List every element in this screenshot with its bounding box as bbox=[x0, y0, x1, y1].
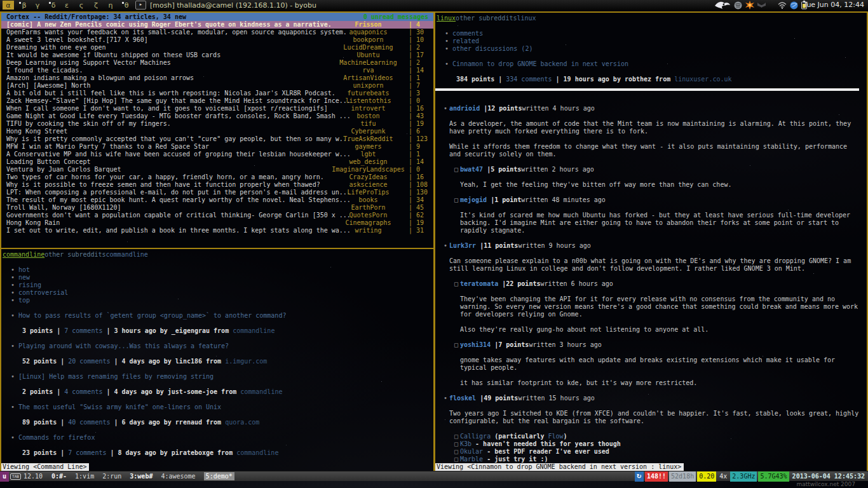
post-source-link[interactable]: linuxuser.co.uk bbox=[674, 76, 731, 83]
post-title-link[interactable]: [Linux] Help mass renaming files by remo… bbox=[18, 373, 214, 380]
tag-ζ[interactable]: ζ bbox=[90, 1, 102, 10]
terminal-icon[interactable]: ▸ bbox=[135, 1, 146, 10]
article-row[interactable]: Hong Kong StreetCyberpunk| 6 bbox=[1, 128, 433, 135]
article-row[interactable]: OpenFarms wants your feedback on its sma… bbox=[1, 29, 433, 36]
nav-link[interactable]: other discussions (2) bbox=[452, 45, 532, 52]
article-row[interactable]: Hong Kong RainCinemagraphs| 19 bbox=[1, 219, 433, 227]
article-row[interactable]: [Arch] [Awesome] Northunixporn| 7 bbox=[1, 82, 433, 90]
post-comments-link[interactable]: 334 comments bbox=[506, 76, 552, 83]
post-source-link[interactable]: commandline bbox=[240, 388, 282, 395]
wifi-icon[interactable] bbox=[778, 2, 787, 9]
post-author[interactable]: just-some-joe bbox=[168, 388, 217, 395]
app-link[interactable]: Flow bbox=[548, 433, 563, 440]
post-title-link[interactable]: Commands for firefox bbox=[18, 434, 95, 441]
article-row[interactable]: I found the cicadas.rva| 14 bbox=[1, 67, 433, 74]
article-row[interactable]: Troll Wall, Norway [1680X1120]EarthPorn|… bbox=[1, 204, 433, 212]
app-link[interactable]: Marble bbox=[460, 456, 483, 463]
article-row[interactable]: Why is it pretty commonly accepted that … bbox=[1, 135, 433, 143]
comment-author[interactable]: Lurk3rr bbox=[449, 242, 476, 249]
tag-ς[interactable]: ς bbox=[76, 1, 87, 10]
tag-γ[interactable]: γ bbox=[32, 1, 43, 10]
article-row[interactable]: [comic] A new Zen Pencils comic using Ro… bbox=[1, 21, 433, 29]
nav-link[interactable]: controversial bbox=[18, 289, 68, 296]
app-link[interactable]: K3b bbox=[460, 440, 471, 447]
post-author[interactable]: rrenaud bbox=[175, 419, 202, 426]
post-title-link[interactable]: Playing around with cowsay...Was this al… bbox=[18, 342, 229, 349]
disc-icon[interactable] bbox=[734, 1, 742, 10]
app-link[interactable]: Calligra bbox=[460, 433, 491, 440]
window-1:vim[interactable]: 1:vim bbox=[75, 473, 94, 480]
article-row[interactable]: A Conservative MP and his wife have been… bbox=[1, 151, 433, 158]
nav-link[interactable]: related bbox=[452, 37, 479, 44]
app-link[interactable]: Okular bbox=[460, 448, 483, 455]
post-author[interactable]: pirateboxge bbox=[172, 449, 214, 456]
article-row[interactable]: Why is it possible to freeze semen and t… bbox=[1, 181, 433, 189]
nav-link[interactable]: hot bbox=[18, 266, 30, 273]
post-comments-link[interactable]: 7 comments bbox=[68, 449, 106, 456]
article-row[interactable]: Loading Button Conceptweb_design| 14 bbox=[1, 158, 433, 166]
tag-α[interactable]: α bbox=[3, 1, 14, 10]
post-comments-link[interactable]: 40 comments bbox=[68, 419, 110, 426]
post-title-link[interactable]: The most useful "Swiss army knife" one-l… bbox=[18, 403, 221, 410]
burst-icon[interactable] bbox=[745, 1, 754, 10]
window-4:awesome[interactable]: 4:awesome bbox=[161, 473, 195, 480]
article-row[interactable]: TIFU by cooking the skin off of my finge… bbox=[1, 120, 433, 128]
post-source-link[interactable]: commandline bbox=[233, 327, 275, 334]
subreddit-name-link[interactable]: commandline bbox=[3, 251, 44, 258]
article-row[interactable]: Deep Learning using Support Vector Machi… bbox=[1, 59, 433, 67]
tag-θ[interactable]: θ bbox=[119, 1, 131, 10]
post-comments-link[interactable]: 7 comments bbox=[64, 327, 102, 334]
post-author[interactable]: linc186 bbox=[175, 358, 202, 365]
subreddit-name-link[interactable]: linux bbox=[437, 15, 456, 22]
article-row[interactable]: Amazon indians making a blowgun and pois… bbox=[1, 74, 433, 82]
article-row[interactable]: Two types of car horns for your car, a h… bbox=[1, 173, 433, 181]
post-author[interactable]: robthez bbox=[625, 76, 651, 83]
article-row[interactable]: When I call someone I don't want to, and… bbox=[1, 105, 433, 112]
article-row[interactable]: I set out to write, edit, and publish a … bbox=[1, 227, 433, 234]
article-row[interactable]: MFW I win at Mario Party 7 thanks to a R… bbox=[1, 143, 433, 151]
comment-author[interactable]: andrioid bbox=[449, 105, 480, 112]
window-0:#-[interactable]: 0:#- bbox=[51, 473, 67, 480]
article-row[interactable]: The result of my most epic book hunt. A … bbox=[1, 196, 433, 204]
moth-icon[interactable] bbox=[757, 1, 766, 9]
window-5:demo*[interactable]: 5:demo* bbox=[204, 472, 234, 480]
window-3:web#[interactable]: 3:web# bbox=[130, 473, 153, 480]
article-row[interactable]: Zack Hemsey-"Slave" [Hip Hop] The same g… bbox=[1, 97, 433, 105]
article-row[interactable]: A sweet 3 level bookshelf.[717 X 960]boo… bbox=[1, 36, 433, 44]
comment-author[interactable]: floskel bbox=[449, 395, 476, 402]
tag-ε[interactable]: ε bbox=[61, 1, 72, 10]
article-row[interactable]: A bit old but i still feel like this is … bbox=[1, 90, 433, 97]
window-2:run[interactable]: 2:run bbox=[102, 473, 121, 480]
nav-link[interactable]: top bbox=[18, 297, 30, 304]
tag-δ[interactable]: δ bbox=[46, 1, 58, 10]
nav-link[interactable]: comments bbox=[452, 30, 483, 37]
article-row[interactable]: It would be awesome if Ubuntu shipped on… bbox=[1, 51, 433, 59]
globe-icon[interactable] bbox=[790, 1, 798, 10]
bird-icon[interactable] bbox=[714, 1, 731, 10]
post-comments-link[interactable]: 20 comments bbox=[68, 358, 110, 365]
nav-link[interactable]: new bbox=[18, 274, 30, 281]
comment-author[interactable]: teratomata bbox=[460, 280, 498, 287]
article-row[interactable]: Game Night at Good Life every Tuesday - … bbox=[1, 112, 433, 120]
nav-link[interactable]: rising bbox=[18, 281, 41, 288]
article-title: Loading Button Concept bbox=[6, 158, 90, 166]
post-source-link[interactable]: i.imgur.com bbox=[225, 358, 267, 365]
tag-β[interactable]: β bbox=[17, 1, 29, 10]
tag-η[interactable]: η bbox=[105, 1, 116, 10]
commandline-pane: commandlineother subredditscommandline •… bbox=[0, 249, 435, 471]
post-author[interactable]: _eigengrau bbox=[172, 327, 210, 334]
post-title-link[interactable]: Cinnamon to drop GNOME backend in next v… bbox=[452, 60, 628, 67]
subreddit-link[interactable]: commandline bbox=[106, 251, 148, 258]
subreddit-link[interactable]: linux bbox=[517, 15, 536, 22]
post-source-link[interactable]: quora.com bbox=[225, 419, 259, 426]
post-title-link[interactable]: How to pass results of `getent group <gr… bbox=[18, 312, 286, 319]
comment-author[interactable]: yoshi314 bbox=[460, 341, 491, 348]
article-row[interactable]: Ventura by Juan Carlos BarquetImaginaryL… bbox=[1, 166, 433, 173]
post-comments-link[interactable]: 4 comments bbox=[64, 388, 102, 395]
post-source-link[interactable]: commandline bbox=[236, 449, 278, 456]
article-row[interactable]: LPT: When composing a professional e-mai… bbox=[1, 189, 433, 196]
comment-author[interactable]: bwat47 bbox=[460, 166, 483, 173]
comment-author[interactable]: mejogid bbox=[460, 196, 487, 203]
article-row[interactable]: Dreaming with one eye openLucidDreaming|… bbox=[1, 44, 433, 51]
article-row[interactable]: Governments don't want a population capa… bbox=[1, 212, 433, 219]
